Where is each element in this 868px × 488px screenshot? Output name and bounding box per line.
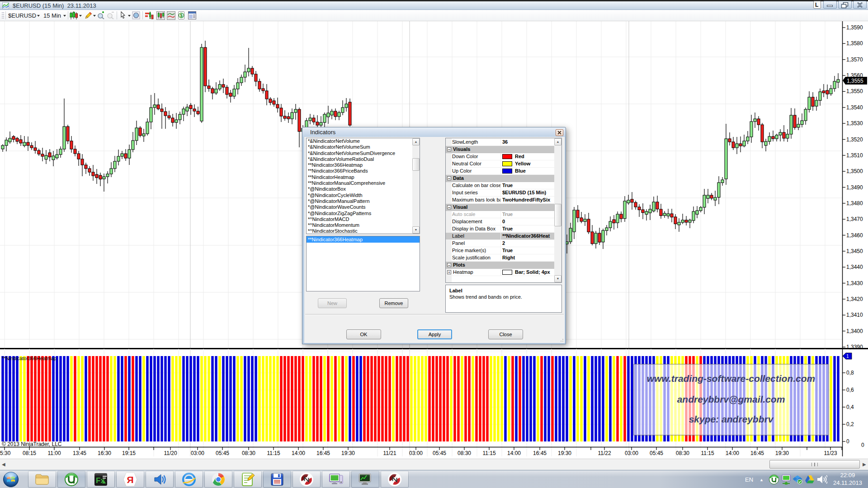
svg-text:skype: andreybbrv: skype: andreybbrv [689, 414, 774, 424]
svg-text:16:45: 16:45 [316, 450, 330, 456]
svg-text:14:00: 14:00 [726, 450, 739, 456]
svg-text:11/20: 11/20 [164, 450, 177, 456]
svg-text:1,3450: 1,3450 [846, 248, 863, 254]
svg-text:1,3400: 1,3400 [846, 328, 863, 334]
svg-text:1,3590: 1,3590 [846, 24, 863, 31]
svg-text:11:15: 11:15 [482, 450, 495, 456]
svg-text:1,3480: 1,3480 [846, 200, 863, 206]
svg-text:11:00: 11:00 [47, 450, 61, 456]
svg-text:11/23: 11/23 [824, 450, 837, 456]
svg-text:1,3520: 1,3520 [846, 136, 863, 143]
svg-text:08:30: 08:30 [242, 450, 255, 456]
svg-text:16:30: 16:30 [98, 450, 111, 456]
svg-text:1,3430: 1,3430 [846, 280, 863, 286]
svg-text:1,3490: 1,3490 [846, 184, 863, 191]
svg-text:1,3540: 1,3540 [846, 104, 863, 111]
svg-text:14:00: 14:00 [292, 450, 305, 456]
svg-text:1,3530: 1,3530 [846, 120, 863, 127]
svg-text:13:45: 13:45 [73, 450, 86, 456]
svg-text:19:30: 19:30 [775, 450, 789, 456]
svg-text:05:45: 05:45 [433, 450, 446, 456]
svg-text:19:30: 19:30 [558, 450, 571, 456]
svg-text:08:30: 08:30 [458, 450, 471, 456]
svg-text:1,3510: 1,3510 [846, 152, 863, 159]
svg-text:Я: Я [127, 474, 133, 485]
svg-text:1,3440: 1,3440 [846, 264, 863, 270]
svg-text:08:15: 08:15 [23, 450, 36, 456]
svg-text:$: $ [180, 13, 183, 18]
svg-text:© 2013 NinjaTrader, LLC: © 2013 NinjaTrader, LLC [2, 441, 62, 447]
svg-text:0,2: 0,2 [846, 421, 854, 427]
svg-text:andreybbrv@gmail.com: andreybbrv@gmail.com [677, 394, 785, 404]
svg-text:5:30: 5:30 [0, 450, 11, 456]
svg-text:1: 1 [846, 354, 849, 359]
svg-text:16:45: 16:45 [750, 450, 764, 456]
svg-text:0: 0 [861, 442, 864, 448]
svg-text:19:15: 19:15 [122, 450, 136, 456]
svg-text:0,8: 0,8 [846, 370, 854, 376]
svg-text:0: 0 [846, 438, 849, 445]
svg-text:11/21: 11/21 [383, 450, 396, 456]
svg-text:05:45: 05:45 [216, 450, 229, 456]
svg-text:1,3470: 1,3470 [846, 216, 863, 222]
svg-text:11:15: 11:15 [701, 450, 714, 456]
svg-text:03:00: 03:00 [191, 450, 204, 456]
svg-text:0,4: 0,4 [846, 404, 854, 410]
svg-text:05:45: 05:45 [650, 450, 663, 456]
svg-text:11/22: 11/22 [598, 450, 611, 456]
svg-text:08:30: 08:30 [676, 450, 689, 456]
svg-text:1,3460: 1,3460 [846, 232, 863, 239]
svg-text:03:00: 03:00 [625, 450, 638, 456]
svg-text:19:30: 19:30 [341, 450, 355, 456]
svg-text:1,3410: 1,3410 [846, 312, 863, 318]
svg-text:www.trading-software-collectio: www.trading-software-collection.com [647, 373, 816, 384]
svg-text:1,3550: 1,3550 [846, 88, 863, 94]
svg-text:03:00: 03:00 [409, 450, 423, 456]
svg-text:14:00: 14:00 [507, 450, 521, 456]
svg-text:**Nindicator366Heatmap: **Nindicator366Heatmap [2, 356, 57, 361]
svg-text:11:15: 11:15 [267, 450, 280, 456]
svg-text:Fx: Fx [96, 476, 105, 485]
svg-text:16:45: 16:45 [533, 450, 547, 456]
svg-text:1,3570: 1,3570 [846, 56, 863, 63]
svg-text:1,3500: 1,3500 [846, 168, 863, 174]
svg-text:1,3420: 1,3420 [846, 296, 863, 302]
svg-text:1,3555: 1,3555 [847, 78, 863, 84]
svg-text:0,6: 0,6 [846, 387, 854, 393]
svg-text:1,3580: 1,3580 [846, 40, 863, 47]
